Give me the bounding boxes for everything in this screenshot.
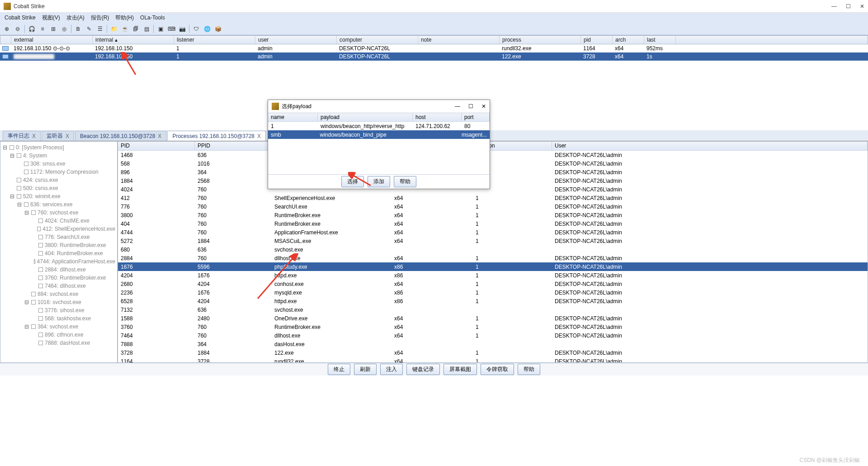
tree-node[interactable]: 7888: dasHost.exe — [2, 339, 115, 347]
tree-node[interactable]: 2884: dllhost.exe — [2, 266, 115, 274]
col-note[interactable]: note — [418, 36, 500, 44]
process-row[interactable]: 1468636DESKTOP-NCAT26L\admin — [118, 151, 868, 159]
process-row[interactable]: 4744760ApplicationFrameHost.exex641DESKT… — [118, 228, 868, 237]
col-pid[interactable]: PID — [118, 142, 195, 150]
process-row[interactable]: 37281884122.exex641DESKTOP-NCAT26L\admin — [118, 348, 868, 357]
connect-icon[interactable]: ⊕ — [3, 25, 11, 33]
shield-icon[interactable]: 🛡 — [192, 25, 200, 33]
action-button[interactable]: 终止 — [328, 364, 350, 375]
tree-node[interactable]: 3760: RuntimeBroker.exe — [2, 274, 115, 282]
dialog-close[interactable]: ✕ — [481, 103, 486, 109]
col-internal[interactable]: internal ▴ — [93, 36, 174, 44]
action-button[interactable]: 令牌窃取 — [481, 364, 514, 375]
tab-close-icon[interactable]: X — [32, 133, 36, 139]
tree-node[interactable]: 776: SearchUI.exe — [2, 233, 115, 241]
action-button[interactable]: 屏幕截图 — [443, 364, 477, 375]
process-row[interactable]: 5681016DESKTOP-NCAT26L\admin — [118, 159, 868, 168]
menu-item[interactable]: OLa-Tools — [137, 14, 168, 22]
grid-icon[interactable]: ⊞ — [49, 25, 57, 33]
tab[interactable]: Beacon 192.168.10.150@3728X — [75, 131, 166, 141]
tree-node[interactable]: ⊟4: System — [2, 152, 115, 160]
process-row[interactable]: 11643728rundll32.exex641DESKTOP-NCAT26L\… — [118, 357, 868, 362]
dlg-col-name[interactable]: name — [268, 113, 318, 121]
col-process[interactable]: process — [500, 36, 581, 44]
action-button[interactable]: 刷新 — [354, 364, 377, 375]
tab-close-icon[interactable]: X — [158, 133, 161, 139]
col-ppid[interactable]: PPID — [195, 142, 272, 150]
process-row[interactable]: 22361676mysqld.exex861DESKTOP-NCAT26L\ad… — [118, 288, 868, 297]
tree-node[interactable]: 1172: Memory Compression — [2, 168, 115, 176]
payload-row[interactable]: smbwindows/beacon_bind_pipemsagent... — [268, 130, 490, 139]
dialog-button[interactable]: 帮助 — [394, 176, 416, 187]
tab-close-icon[interactable]: X — [66, 133, 69, 139]
tree-node[interactable]: 424: csrss.exe — [2, 176, 115, 184]
process-row[interactable]: 404760RuntimeBroker.exex641DESKTOP-NCAT2… — [118, 219, 868, 228]
process-row[interactable]: 776760SearchUI.exex641DESKTOP-NCAT26L\ad… — [118, 202, 868, 211]
folder-icon[interactable]: 📁 — [110, 25, 118, 33]
tree-node[interactable]: 4024: ChsIME.exe — [2, 217, 115, 225]
process-row[interactable]: 7464760dllhost.exex641DESKTOP-NCAT26L\ad… — [118, 331, 868, 340]
tree-node[interactable]: 7464: dllhost.exe — [2, 282, 115, 290]
tree-node[interactable]: ⊟364: svchost.exe — [2, 323, 115, 331]
col-user[interactable]: User — [552, 142, 868, 150]
dlg-col-payload[interactable]: payload — [318, 113, 413, 121]
process-row[interactable]: 16765596phpStudy.exex861DESKTOP-NCAT26L\… — [118, 262, 868, 271]
action-button[interactable]: 注入 — [380, 364, 403, 375]
process-row[interactable]: 18842568DESKTOP-NCAT26L\admin — [118, 176, 868, 185]
camera-icon[interactable]: 📷 — [178, 25, 186, 33]
process-row[interactable]: 42041676httpd.exex861DESKTOP-NCAT26L\adm… — [118, 271, 868, 280]
process-row[interactable]: 7888364dasHost.exe — [118, 340, 868, 348]
menu-item[interactable]: 视图(V) — [39, 13, 63, 23]
tree-node[interactable]: 412: ShellExperienceHost.exe — [2, 225, 115, 233]
menu-item[interactable]: 帮助(H) — [113, 13, 137, 23]
tree-node[interactable]: 896: ctfmon.exe — [2, 331, 115, 339]
menu-item[interactable]: 报告(R) — [88, 13, 112, 23]
keyboard-icon[interactable]: ⌨ — [167, 25, 175, 33]
box-icon[interactable]: 📦 — [214, 25, 222, 33]
tab[interactable]: 监听器X — [42, 131, 74, 141]
col-arch[interactable]: arch — [613, 36, 644, 44]
col-external[interactable]: external — [11, 36, 93, 44]
menu-item[interactable]: Cobalt Strike — [2, 14, 38, 22]
process-row[interactable]: 15882480OneDrive.exex641DESKTOP-NCAT26L\… — [118, 314, 868, 323]
process-row[interactable]: 680636svchost.exe — [118, 245, 868, 254]
globe-icon[interactable]: 🌐 — [203, 25, 211, 33]
tree-node[interactable]: 4744: ApplicationFrameHost.exe — [2, 257, 115, 266]
col-user[interactable]: user — [255, 36, 337, 44]
process-row[interactable]: 2884760dllhost.exex641DESKTOP-NCAT26L\ad… — [118, 254, 868, 262]
chart-icon[interactable]: ▤ — [142, 25, 151, 33]
col-computer[interactable]: computer — [337, 36, 418, 44]
doc-icon[interactable]: 🗎 — [74, 25, 82, 33]
coffee-icon[interactable]: ☕ — [121, 25, 129, 33]
process-row[interactable]: 3760760RuntimeBroker.exex641DESKTOP-NCAT… — [118, 323, 868, 331]
dlg-col-host[interactable]: host — [413, 113, 462, 121]
tree-node[interactable]: ⊟1016: svchost.exe — [2, 298, 115, 306]
close-button[interactable]: ✕ — [860, 3, 864, 10]
tree-node[interactable]: ⊟760: svchost.exe — [2, 209, 115, 217]
tree-node[interactable]: 568: taskhostw.exe — [2, 314, 115, 323]
process-row[interactable]: 26804204conhost.exex641DESKTOP-NCAT26L\a… — [118, 280, 868, 288]
list-icon[interactable]: ☰ — [96, 25, 104, 33]
process-tree[interactable]: ⊟0: [System Process]⊟4: System308: smss.… — [0, 141, 118, 363]
process-row[interactable]: 52721884MSASCuiL.exex641DESKTOP-NCAT26L\… — [118, 237, 868, 245]
tree-node[interactable]: 404: RuntimeBroker.exe — [2, 249, 115, 257]
process-row[interactable]: 3800760RuntimeBroker.exex641DESKTOP-NCAT… — [118, 211, 868, 219]
tree-node[interactable]: ⊟636: services.exe — [2, 200, 115, 209]
process-row[interactable]: 896364DESKTOP-NCAT26L\admin — [118, 168, 868, 176]
process-row[interactable]: 412760ShellExperienceHost.exex641DESKTOP… — [118, 194, 868, 202]
process-row[interactable]: 65284204httpd.exex861DESKTOP-NCAT26L\adm… — [118, 297, 868, 305]
dialog-button[interactable]: 选择 — [341, 176, 364, 187]
disconnect-icon[interactable]: ⊖ — [14, 25, 22, 33]
process-row[interactable]: 7132636svchost.exe — [118, 305, 868, 314]
tree-node[interactable]: 884: svchost.exe — [2, 290, 115, 298]
payload-row[interactable]: 1windows/beacon_http/reverse_http124.71.… — [268, 122, 490, 130]
target-icon[interactable]: ◎ — [60, 25, 68, 33]
tab[interactable]: Processes 192.168.10.150@3728X — [167, 131, 266, 141]
dialog-maximize[interactable]: ☐ — [468, 103, 473, 109]
session-row[interactable]: 192.168.10.150 ⊙-⊙-⊙ 192.168.10.1501admi… — [0, 44, 868, 52]
headset-icon[interactable]: 🎧 — [28, 25, 36, 33]
menu-item[interactable]: 攻击(A) — [64, 13, 87, 23]
tab-close-icon[interactable]: X — [257, 133, 261, 139]
note-icon[interactable]: 🗐 — [132, 25, 140, 33]
tree-node[interactable]: 500: csrss.exe — [2, 184, 115, 192]
